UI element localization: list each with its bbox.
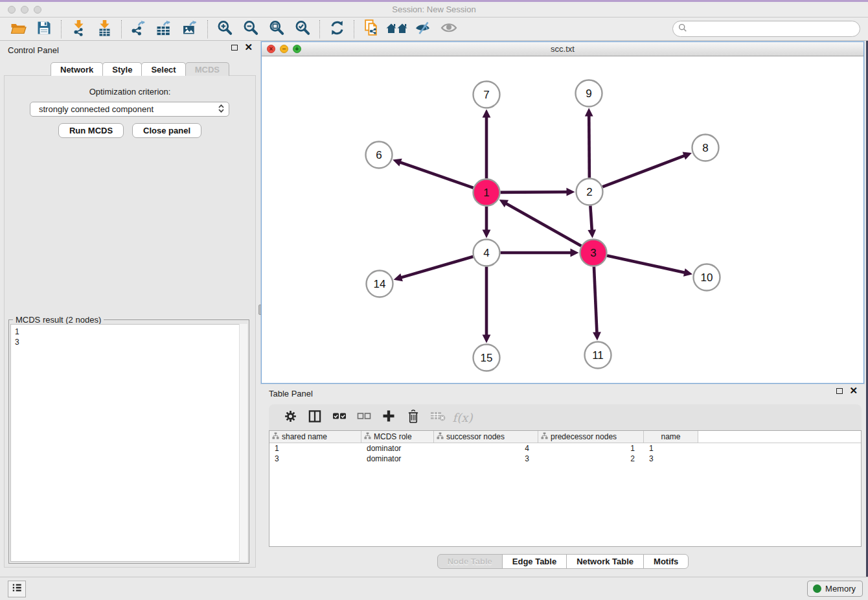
table-row[interactable]: 3dominator323 bbox=[269, 454, 861, 464]
zoom-selected-button[interactable] bbox=[290, 19, 315, 39]
graph-edge-3-11[interactable] bbox=[593, 266, 601, 340]
control-panel-title: Control Panel bbox=[8, 45, 59, 55]
network-canvas[interactable]: 7968124314101511 bbox=[262, 56, 863, 383]
zoom-in-icon bbox=[216, 19, 233, 39]
optimization-criterion-select[interactable]: strongly connected component bbox=[30, 102, 229, 117]
tab-style[interactable]: Style bbox=[102, 62, 142, 76]
close-panel-button[interactable]: Close panel bbox=[132, 123, 201, 138]
search-input[interactable] bbox=[687, 24, 854, 34]
graph-node-11[interactable]: 11 bbox=[585, 342, 611, 369]
column-header-predecessor-nodes[interactable]: predecessor nodes bbox=[538, 431, 644, 443]
graph-edge-1-6[interactable] bbox=[393, 159, 473, 188]
table-row[interactable]: 1dominator411 bbox=[269, 443, 861, 454]
open-session-button[interactable] bbox=[5, 19, 31, 39]
table-body: 1dominator4113dominator323 bbox=[269, 443, 861, 464]
close-panel-icon[interactable]: ✕ bbox=[244, 44, 253, 51]
tab-edge-table[interactable]: Edge Table bbox=[502, 554, 567, 569]
graph-node-6[interactable]: 6 bbox=[366, 142, 393, 168]
import-network-button[interactable] bbox=[65, 19, 91, 39]
graph-edge-4-3[interactable] bbox=[501, 249, 579, 257]
graph-edge-2-8[interactable] bbox=[602, 152, 692, 187]
column-header-name[interactable]: name bbox=[644, 431, 698, 443]
window-title: Session: New Session bbox=[0, 5, 868, 14]
graph-edge-2-3[interactable] bbox=[588, 205, 596, 238]
mcds-panel: Optimization criterion: strongly connect… bbox=[4, 75, 256, 568]
minimize-window-icon[interactable] bbox=[21, 6, 29, 14]
zoom-view-icon[interactable]: + bbox=[293, 45, 301, 53]
graph-node-15[interactable]: 15 bbox=[474, 345, 500, 371]
task-history-button[interactable] bbox=[8, 581, 26, 597]
table-settings-button[interactable] bbox=[278, 406, 303, 428]
column-header-successor-nodes[interactable]: successor nodes bbox=[434, 431, 538, 443]
graph-node-1[interactable]: 1 bbox=[474, 179, 500, 206]
unselect-all-columns-button[interactable] bbox=[352, 406, 376, 428]
close-window-icon[interactable] bbox=[8, 6, 16, 14]
zoom-out-button[interactable] bbox=[238, 19, 264, 39]
float-table-panel-icon[interactable] bbox=[836, 388, 843, 394]
tab-motifs[interactable]: Motifs bbox=[643, 554, 689, 569]
tab-select[interactable]: Select bbox=[141, 62, 185, 76]
graph-node-9[interactable]: 9 bbox=[576, 80, 602, 107]
graph-edge-4-14[interactable] bbox=[394, 257, 474, 281]
graph-edge-3-1[interactable] bbox=[499, 200, 582, 246]
export-table-button[interactable] bbox=[152, 19, 177, 39]
graph-node-3[interactable]: 3 bbox=[580, 240, 607, 266]
tab-mcds[interactable]: MCDS bbox=[185, 62, 229, 76]
close-view-icon[interactable]: × bbox=[267, 45, 275, 53]
delete-column-button[interactable] bbox=[401, 406, 426, 428]
first-neighbors-button[interactable] bbox=[384, 19, 410, 39]
graph-node-7[interactable]: 7 bbox=[474, 82, 500, 108]
run-mcds-button[interactable]: Run MCDS bbox=[58, 123, 124, 138]
apply-layout-button[interactable] bbox=[324, 19, 350, 39]
show-all-button[interactable] bbox=[436, 19, 462, 39]
graph-node-4[interactable]: 4 bbox=[474, 240, 500, 266]
titlebar: Session: New Session bbox=[0, 2, 868, 17]
hide-selected-button[interactable] bbox=[410, 19, 436, 39]
network-overview-button[interactable] bbox=[358, 19, 384, 39]
graph-edge-2-9[interactable] bbox=[585, 108, 593, 178]
tab-node-table[interactable]: Node Table bbox=[437, 554, 503, 569]
save-session-button[interactable] bbox=[31, 19, 57, 39]
graph-edge-1-4[interactable] bbox=[483, 207, 491, 238]
cell-name: 1 bbox=[644, 444, 698, 453]
result-scrollbar[interactable] bbox=[239, 324, 247, 562]
svg-text:6: 6 bbox=[376, 149, 382, 161]
table-panel-title: Table Panel bbox=[269, 389, 313, 398]
graph-edge-4-15[interactable] bbox=[483, 267, 491, 343]
float-panel-icon[interactable] bbox=[231, 45, 238, 51]
table-header-row: shared nameMCDS rolesuccessor nodesprede… bbox=[269, 431, 861, 443]
import-table-button[interactable] bbox=[91, 19, 117, 39]
graph-node-14[interactable]: 14 bbox=[367, 271, 393, 297]
zoom-fit-button[interactable] bbox=[264, 19, 290, 39]
graph-edge-1-7[interactable] bbox=[483, 110, 491, 179]
graph-edge-1-2[interactable] bbox=[500, 188, 575, 196]
add-column-button[interactable] bbox=[376, 406, 401, 428]
cell-shared-name: 1 bbox=[269, 444, 361, 453]
zoom-in-button[interactable] bbox=[212, 19, 238, 39]
node-table: shared nameMCDS rolesuccessor nodesprede… bbox=[269, 430, 862, 547]
minimize-view-icon[interactable]: – bbox=[280, 45, 288, 53]
zoom-window-icon[interactable] bbox=[34, 6, 41, 14]
graph-node-10[interactable]: 10 bbox=[694, 264, 720, 291]
export-network-button[interactable] bbox=[126, 19, 152, 39]
tab-network[interactable]: Network bbox=[51, 62, 103, 76]
graph-node-8[interactable]: 8 bbox=[692, 135, 719, 161]
tab-network-table[interactable]: Network Table bbox=[566, 554, 644, 569]
search-box[interactable] bbox=[672, 21, 860, 37]
network-window-titlebar[interactable]: ×–+ scc.txt bbox=[262, 42, 863, 56]
column-header-MCDS-role[interactable]: MCDS role bbox=[361, 431, 434, 443]
export-image-button[interactable] bbox=[177, 19, 203, 39]
graph-node-2[interactable]: 2 bbox=[577, 179, 603, 205]
show-columns-button[interactable] bbox=[303, 406, 327, 428]
import-table-icon bbox=[97, 19, 113, 39]
memory-button[interactable]: Memory bbox=[807, 581, 863, 597]
graph-edge-3-10[interactable] bbox=[607, 256, 692, 277]
select-all-columns-button[interactable] bbox=[327, 406, 352, 428]
mcds-result-list[interactable]: 13 bbox=[10, 324, 247, 562]
floppy-icon bbox=[36, 20, 52, 38]
zoom-selected-icon bbox=[294, 19, 311, 39]
network-window-controls: ×–+ bbox=[267, 45, 301, 53]
close-table-panel-icon[interactable]: ✕ bbox=[849, 387, 858, 394]
svg-text:11: 11 bbox=[592, 349, 604, 362]
column-header-shared-name[interactable]: shared name bbox=[269, 431, 361, 443]
